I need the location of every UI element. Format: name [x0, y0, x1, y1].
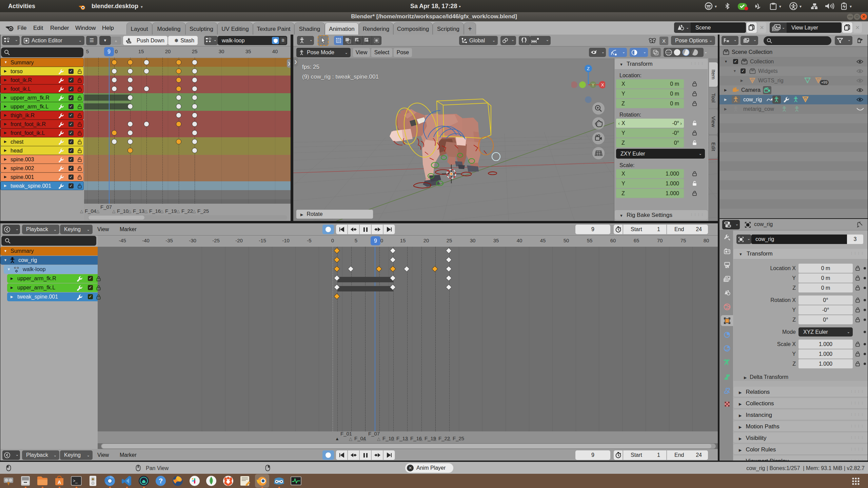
svg-text:Z: Z	[587, 66, 590, 71]
svg-text:Y: Y	[592, 83, 594, 87]
svg-text:▾: ▾	[850, 4, 852, 9]
svg-text:X: X	[601, 82, 604, 87]
svg-text:▾: ▾	[800, 4, 802, 9]
svg-text:▾: ▾	[779, 4, 781, 9]
svg-text:▾: ▾	[715, 4, 717, 9]
svg-text:?: ?	[159, 477, 163, 485]
svg-text:A: A	[58, 480, 61, 485]
svg-text:>_: >_	[73, 479, 78, 483]
